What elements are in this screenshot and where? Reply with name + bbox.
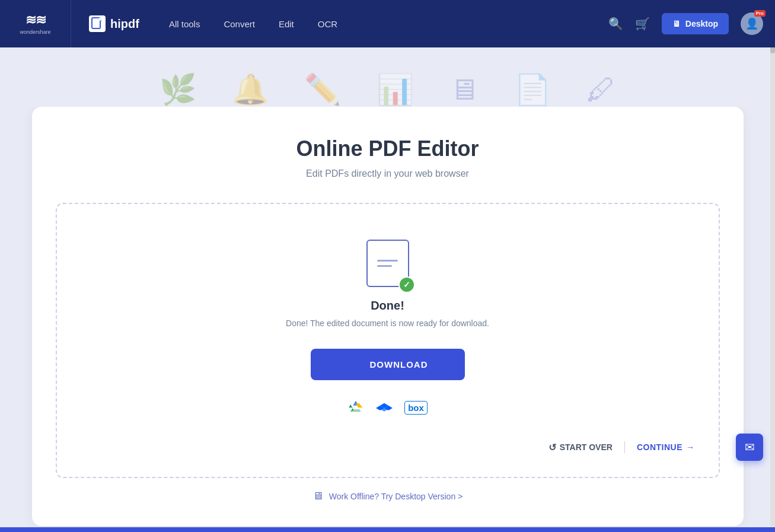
ws-brand-name: wondershare [20,29,50,35]
scrollbar[interactable] [770,0,775,532]
nav-all-tools[interactable]: All tools [169,19,200,29]
success-icon-wrapper: ✓ [366,240,409,287]
hipdf-svg-icon [91,17,104,30]
pro-badge: Pro [754,10,766,17]
nav-ocr[interactable]: OCR [318,19,337,29]
bottom-bar [0,527,775,532]
desktop-cta-icon: 🖥 [312,490,323,502]
main-card: Online PDF Editor Edit PDFs directly in … [32,107,744,526]
nav-links: All tools Convert Edit OCR [169,19,597,29]
bottom-actions: ↺ START OVER CONTINUE → [81,435,695,453]
actions-divider [624,441,625,453]
hero-background: 🌿 🔔 ✏️ 📊 🖥 📄 🖊 [0,47,775,107]
dropbox-icon[interactable] [376,398,393,417]
hero-icon-doc: 📄 [514,72,551,107]
nav-convert[interactable]: Convert [224,19,255,29]
nav-actions: 🔍 🛒 🖥 Desktop 👤 Pro [608,12,763,35]
page-title: Online PDF Editor [296,136,479,161]
start-over-label: START OVER [560,442,613,452]
gdrive-svg [347,398,364,415]
search-icon[interactable]: 🔍 [608,17,623,31]
continue-button[interactable]: CONTINUE → [637,442,695,452]
avatar-icon: 👤 [745,17,758,30]
desktop-cta-label: Work Offline? Try Desktop Version > [329,492,463,501]
main-container: Online PDF Editor Edit PDFs directly in … [0,107,775,532]
download-button[interactable]: DOWNLOAD [311,349,465,380]
done-title: Done! [371,299,404,313]
refresh-icon: ↺ [548,442,556,453]
done-message: Done! The edited document is now ready f… [286,318,489,328]
cloud-save-icons: box [347,398,428,417]
check-mark-icon: ✓ [403,280,410,289]
doc-lines [371,254,404,273]
page-subtitle: Edit PDFs directly in your web browser [306,168,469,179]
arrow-right-icon: → [686,442,695,452]
hero-icon-chart: 📊 [377,72,413,107]
result-area: ✓ Done! Done! The edited document is now… [56,203,720,478]
hipdf-logo-icon [89,15,106,32]
svg-rect-1 [98,18,101,21]
google-drive-icon[interactable] [347,398,364,417]
hipdf-logo[interactable]: hipdf [89,15,139,32]
desktop-icon: 🖥 [672,19,681,28]
chat-icon: ✉ [745,440,755,454]
user-avatar[interactable]: 👤 Pro [741,12,763,35]
chat-fab-button[interactable]: ✉ [736,434,763,461]
desktop-cta[interactable]: 🖥 Work Offline? Try Desktop Version > [312,490,463,502]
start-over-button[interactable]: ↺ START OVER [548,442,613,453]
desktop-btn-label: Desktop [685,19,718,28]
ws-logo-icon: ≋≋ [25,12,46,28]
hipdf-brand-name: hipdf [110,17,139,31]
dropbox-svg [376,398,393,415]
hero-icon-plant: 🌿 [160,72,196,107]
wondershare-brand: ≋≋ wondershare [12,0,71,47]
desktop-button[interactable]: 🖥 Desktop [662,13,729,34]
nav-edit[interactable]: Edit [279,19,294,29]
hero-decorative-icons: 🌿 🔔 ✏️ 📊 🖥 📄 🖊 [160,72,616,107]
continue-label: CONTINUE [637,442,682,452]
hero-icon-lamp: 🔔 [232,72,269,107]
box-icon[interactable]: box [404,401,428,415]
hero-icon-screen: 🖥 [449,72,479,107]
doc-line-1 [377,260,398,262]
hero-icon-pencils: ✏️ [304,72,341,107]
cart-icon[interactable]: 🛒 [635,17,650,31]
doc-line-2 [377,265,392,267]
check-circle: ✓ [398,276,415,293]
hero-icon-feather: 🖊 [586,72,616,107]
navbar: ≋≋ wondershare hipdf All tools Convert E… [0,0,775,47]
